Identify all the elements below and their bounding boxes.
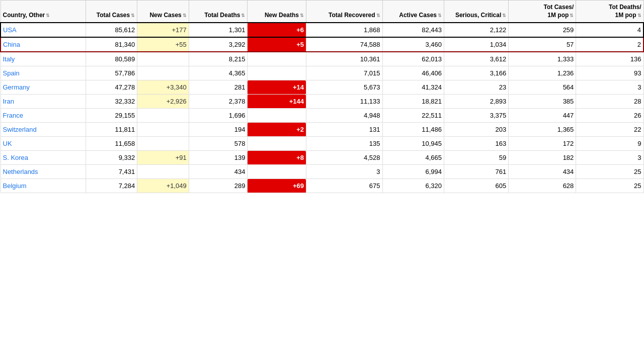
tot-cases-pop-cell: 385	[509, 95, 576, 109]
country-link[interactable]: China	[3, 41, 20, 48]
active-cases-cell: 46,406	[382, 66, 444, 80]
table-row: Italy80,5898,21510,36162,0133,6121,33313…	[1, 52, 643, 66]
total-cases-cell: 81,340	[86, 37, 137, 52]
total-recovered-cell: 3	[306, 165, 382, 179]
serious-critical-cell: 605	[444, 179, 508, 193]
total-deaths-cell: 2,378	[189, 95, 248, 109]
column-header-tot-deaths-1m-pop[interactable]: Tot Deaths/ 1M pop⇅	[576, 1, 643, 23]
new-deaths-cell: +8	[248, 151, 306, 165]
active-cases-cell: 3,460	[382, 37, 444, 52]
table-row: Belgium7,284+1,049289+696756,32060562825	[1, 179, 643, 193]
column-header-new-cases[interactable]: New Cases⇅	[137, 1, 189, 23]
country-cell: UK	[1, 137, 86, 151]
column-header-new-deaths[interactable]: New Deaths⇅	[248, 1, 306, 23]
country-link[interactable]: USA	[3, 26, 17, 34]
new-cases-cell: +3,340	[137, 80, 189, 95]
tot-cases-pop-cell: 57	[509, 37, 576, 52]
new-cases-cell: +1,049	[137, 179, 189, 193]
country-link[interactable]: Switzerland	[3, 126, 37, 133]
total-deaths-cell: 1,301	[189, 23, 248, 37]
total-deaths-cell: 8,215	[189, 52, 248, 66]
table-row: Netherlands7,43143436,99476143425	[1, 165, 643, 179]
column-header-serious-critical[interactable]: Serious, Critical⇅	[444, 1, 508, 23]
new-cases-cell	[137, 165, 189, 179]
serious-critical-cell: 3,375	[444, 109, 508, 123]
country-link[interactable]: France	[3, 112, 23, 119]
tot-cases-pop-cell: 564	[509, 80, 576, 95]
tot-deaths-pop-cell: 136	[576, 52, 643, 66]
total-deaths-cell: 194	[189, 123, 248, 137]
tot-deaths-pop-cell: 2	[576, 37, 643, 52]
tot-cases-pop-cell: 434	[509, 165, 576, 179]
serious-critical-cell: 23	[444, 80, 508, 95]
serious-critical-cell: 59	[444, 151, 508, 165]
active-cases-cell: 4,665	[382, 151, 444, 165]
tot-cases-pop-cell: 172	[509, 137, 576, 151]
sort-icon: ⇅	[502, 13, 506, 19]
country-cell: Switzerland	[1, 123, 86, 137]
total-cases-cell: 11,658	[86, 137, 137, 151]
total-cases-cell: 85,612	[86, 23, 137, 37]
tot-deaths-pop-cell: 25	[576, 165, 643, 179]
tot-cases-pop-cell: 628	[509, 179, 576, 193]
serious-critical-cell: 2,122	[444, 23, 508, 37]
country-link[interactable]: UK	[3, 140, 12, 147]
sort-icon: ⇅	[131, 13, 135, 19]
new-deaths-cell: +2	[248, 123, 306, 137]
new-deaths-cell	[248, 52, 306, 66]
covid-table: Country, Other⇅Total Cases⇅New Cases⇅Tot…	[0, 0, 644, 193]
tot-deaths-pop-cell: 22	[576, 123, 643, 137]
tot-deaths-pop-cell: 3	[576, 151, 643, 165]
total-recovered-cell: 1,868	[306, 23, 382, 37]
country-link[interactable]: Germany	[3, 83, 30, 91]
country-cell: USA	[1, 23, 86, 37]
new-deaths-cell	[248, 66, 306, 80]
serious-critical-cell: 3,166	[444, 66, 508, 80]
total-recovered-cell: 675	[306, 179, 382, 193]
new-cases-cell	[137, 66, 189, 80]
column-header-total-deaths[interactable]: Total Deaths⇅	[189, 1, 248, 23]
total-recovered-cell: 4,528	[306, 151, 382, 165]
tot-deaths-pop-cell: 93	[576, 66, 643, 80]
column-header-total-recovered[interactable]: Total Recovered⇅	[306, 1, 382, 23]
tot-deaths-pop-cell: 25	[576, 179, 643, 193]
sort-icon: ⇅	[46, 13, 50, 19]
active-cases-cell: 82,443	[382, 23, 444, 37]
country-link[interactable]: Iran	[3, 98, 14, 105]
new-deaths-cell	[248, 109, 306, 123]
new-cases-cell: +177	[137, 23, 189, 37]
country-link[interactable]: Italy	[3, 55, 15, 63]
table-row: Iran32,332+2,9262,378+14411,13318,8212,8…	[1, 95, 643, 109]
column-header-tot-cases-1m-pop[interactable]: Tot Cases/ 1M pop⇅	[509, 1, 576, 23]
new-deaths-cell: +6	[248, 23, 306, 37]
serious-critical-cell: 3,612	[444, 52, 508, 66]
country-cell: Belgium	[1, 179, 86, 193]
country-link[interactable]: S. Korea	[3, 154, 29, 161]
new-cases-cell	[137, 137, 189, 151]
total-cases-cell: 47,278	[86, 80, 137, 95]
column-header-active-cases[interactable]: Active Cases⇅	[382, 1, 444, 23]
total-cases-cell: 9,332	[86, 151, 137, 165]
total-deaths-cell: 3,292	[189, 37, 248, 52]
sort-icon: ⇅	[637, 13, 641, 19]
active-cases-cell: 6,994	[382, 165, 444, 179]
tot-cases-pop-cell: 182	[509, 151, 576, 165]
active-cases-cell: 62,013	[382, 52, 444, 66]
country-link[interactable]: Belgium	[3, 182, 27, 190]
total-cases-cell: 11,811	[86, 123, 137, 137]
new-deaths-cell: +5	[248, 37, 306, 52]
total-cases-cell: 32,332	[86, 95, 137, 109]
country-cell: Italy	[1, 52, 86, 66]
tot-deaths-pop-cell: 4	[576, 23, 643, 37]
total-cases-cell: 29,155	[86, 109, 137, 123]
total-cases-cell: 7,284	[86, 179, 137, 193]
column-header-total-cases[interactable]: Total Cases⇅	[86, 1, 137, 23]
country-link[interactable]: Netherlands	[3, 168, 38, 175]
table-row: Switzerland11,811194+213111,4862031,3652…	[1, 123, 643, 137]
total-deaths-cell: 139	[189, 151, 248, 165]
column-header-country-other[interactable]: Country, Other⇅	[1, 1, 86, 23]
country-cell: France	[1, 109, 86, 123]
sort-icon: ⇅	[570, 13, 574, 19]
table-row: France29,1551,6964,94822,5113,37544726	[1, 109, 643, 123]
country-link[interactable]: Spain	[3, 69, 20, 77]
